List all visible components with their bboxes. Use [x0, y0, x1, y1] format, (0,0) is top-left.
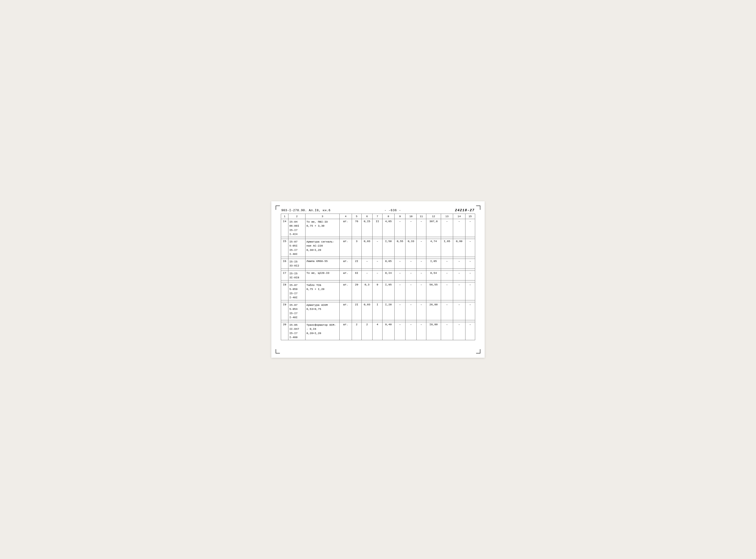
cell-6-6: 0,03 [361, 302, 372, 320]
cell-2-15: – [465, 239, 475, 257]
col-header-7: 7 [372, 214, 382, 219]
header-left-text: 903-I-278.90. Ал.I8, кн.6 [281, 209, 330, 212]
cell-1-10: – [406, 219, 416, 237]
cell-3-6: – [361, 259, 372, 269]
col-header-5: 5 [352, 214, 361, 219]
cell-1-4: шт. [340, 219, 352, 237]
col-header-3: 3 [305, 214, 340, 219]
cell-2-3: Арматура сигналь- ная АС-220 0,38+I,20 [305, 239, 340, 257]
cell-2-5: 3 [352, 239, 361, 257]
row-spacer [281, 269, 475, 270]
cell-5-7: 9 [372, 282, 382, 300]
cell-1-14: – [453, 219, 465, 237]
cell-7-6: 2 [361, 322, 372, 340]
cell-2-7: – [372, 239, 382, 257]
cell-7-7: 4 [372, 322, 382, 340]
row-spacer [281, 257, 475, 259]
cell-7-10: – [406, 322, 416, 340]
cell-1-13: – [441, 219, 453, 237]
corner-mark-tl [276, 205, 280, 210]
row-spacer [281, 300, 475, 302]
cell-5-15: – [465, 282, 475, 300]
cell-4-3: То же, Ц220-IO [305, 270, 340, 281]
cell-2-12: 4,74 [426, 239, 441, 257]
cell-6-8: I,28 [382, 302, 395, 320]
cell-7-13: – [441, 322, 453, 340]
col-header-1: 1 [281, 214, 289, 219]
corner-mark-br [476, 349, 480, 354]
cell-3-4: шт. [340, 259, 352, 269]
cell-6-14: – [453, 302, 465, 320]
cell-4-12: 8,54 [426, 270, 441, 281]
document-page: 903-I-278.90. Ал.I8, кн.6 - -636 - 24218… [271, 201, 485, 358]
cell-3-9: – [395, 259, 406, 269]
cell-7-12: I8,80 [426, 322, 441, 340]
cell-1-7: II [372, 219, 382, 237]
cell-7-15: – [465, 322, 475, 340]
col-header-2: 2 [288, 214, 305, 219]
cell-3-8: 0,05 [382, 259, 395, 269]
cell-1-3: То же, ПВI-IO 0,75 + 3,30 [305, 219, 340, 237]
cell-1-11: – [416, 219, 426, 237]
table-row: I7I5-I5 3I-0I8То же, Ц220-IOшт.6I––0,I4–… [281, 270, 475, 281]
row-spacer [281, 237, 475, 239]
cell-4-5: 6I [352, 270, 361, 281]
cell-2-6: 0,03 [361, 239, 372, 257]
table-body: I4I5-04 06-00I I5-I7 I-4I4То же, ПВI-IO … [281, 219, 475, 340]
cell-1-1: I4 [281, 219, 289, 237]
cell-4-13: – [441, 270, 453, 281]
col-header-4: 4 [340, 214, 352, 219]
cell-1-2: I5-04 06-00I I5-I7 I-4I4 [288, 219, 305, 237]
cell-7-3: Трансформатор ОСМ- - 0,I6 8,20+I,20 [305, 322, 340, 340]
cell-2-8: I,58 [382, 239, 395, 257]
cell-7-1: 20 [281, 322, 289, 340]
cell-2-11: – [416, 239, 426, 257]
cell-3-2: I5-I5 33-0I2 [288, 259, 305, 269]
cell-1-9: – [395, 219, 406, 237]
table-row: I5I5-07 5-05I I5-I7 I-48IАрматура сигнал… [281, 239, 475, 257]
cell-5-14: – [453, 282, 465, 300]
cell-5-12: 56,55 [426, 282, 441, 300]
cell-6-10: – [406, 302, 416, 320]
col-header-8: 8 [382, 214, 395, 219]
cell-5-5: 29 [352, 282, 361, 300]
cell-3-1: I6 [281, 259, 289, 269]
cell-6-7: I [372, 302, 382, 320]
cell-2-13: I,65 [441, 239, 453, 257]
cell-7-8: 9,40 [382, 322, 395, 340]
cell-5-4: шт. [340, 282, 352, 300]
col-header-11: 11 [416, 214, 426, 219]
cell-3-10: – [406, 259, 416, 269]
cell-6-15: – [465, 302, 475, 320]
corner-mark-tr [476, 205, 480, 210]
page-header: 903-I-278.90. Ал.I8, кн.6 - -636 - 24218… [281, 208, 475, 212]
cell-1-6: 0,I5 [361, 219, 372, 237]
col-header-13: 13 [441, 214, 453, 219]
header-center-text: - -636 - [384, 209, 401, 212]
cell-5-9: – [395, 282, 406, 300]
cell-6-3: Арматура АСКМ 0,53+0,75 [305, 302, 340, 320]
cell-3-5: 2I [352, 259, 361, 269]
corner-mark-bl [276, 349, 280, 354]
cell-2-10: 0,33 [406, 239, 416, 257]
cell-6-2: I5-07 5-054 I5-I7 I-48I [288, 302, 305, 320]
cell-4-9: – [395, 270, 406, 281]
table-row: I8I5-07 5-059 I5-I7 I-48IТабло ТСБ 0,75 … [281, 282, 475, 300]
cell-4-14: – [453, 270, 465, 281]
cell-7-2: I5-05 II-047 I5-I7 I-460 [288, 322, 305, 340]
cell-2-4: шт. [340, 239, 352, 257]
cell-7-11: – [416, 322, 426, 340]
cell-6-11: – [416, 302, 426, 320]
cell-4-8: 0,I4 [382, 270, 395, 281]
col-header-15: 15 [465, 214, 475, 219]
cell-5-10: – [406, 282, 416, 300]
cell-1-5: 76 [352, 219, 361, 237]
cell-2-2: I5-07 5-05I I5-I7 I-48I [288, 239, 305, 257]
cell-7-5: 2 [352, 322, 361, 340]
cell-4-7: – [372, 270, 382, 281]
table-row: 20I5-05 II-047 I5-I7 I-460Трансформатор … [281, 322, 475, 340]
col-header-9: 9 [395, 214, 406, 219]
cell-4-1: I7 [281, 270, 289, 281]
cell-6-5: 2I [352, 302, 361, 320]
cell-2-1: I5 [281, 239, 289, 257]
